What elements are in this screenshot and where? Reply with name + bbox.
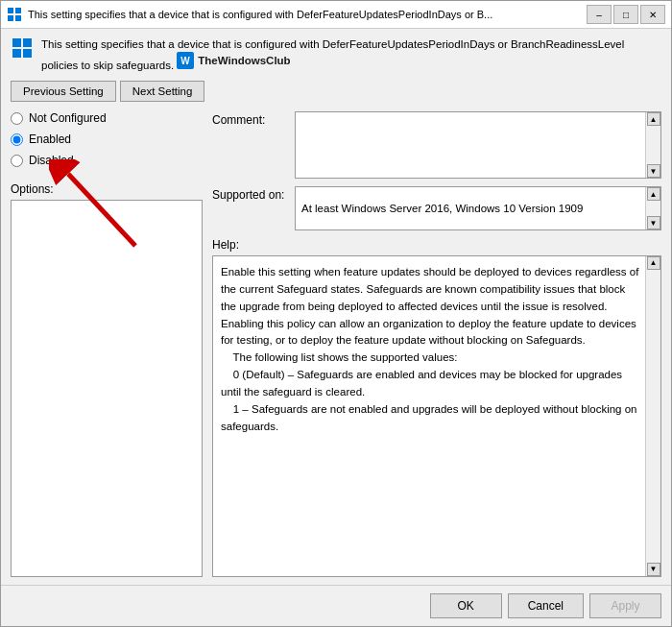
content-area: This setting specifies that a device tha… — [1, 29, 671, 585]
comment-box: ▲ ▼ — [295, 111, 661, 179]
supported-scroll-down[interactable]: ▼ — [647, 216, 660, 229]
radio-not-configured-input[interactable] — [11, 112, 23, 125]
description-row: This setting specifies that a device tha… — [11, 36, 661, 73]
help-scroll-up[interactable]: ▲ — [647, 256, 660, 270]
title-bar: This setting specifies that a device tha… — [1, 1, 671, 29]
svg-rect-2 — [8, 15, 13, 21]
prev-setting-button[interactable]: Previous Setting — [11, 81, 116, 102]
nav-buttons: Previous Setting Next Setting — [11, 81, 661, 102]
radio-enabled-input[interactable] — [11, 133, 23, 146]
close-button[interactable]: ✕ — [640, 5, 665, 24]
window-title: This setting specifies that a device tha… — [28, 9, 581, 20]
help-scrollbar[interactable]: ▲ ▼ — [645, 256, 660, 576]
comment-scroll-up[interactable]: ▲ — [647, 112, 660, 126]
svg-rect-3 — [15, 15, 21, 21]
options-label: Options: — [11, 182, 203, 196]
ok-button[interactable]: OK — [430, 593, 502, 618]
options-box — [11, 200, 203, 577]
comment-label: Comment: — [212, 111, 289, 127]
description-text: This setting specifies that a device tha… — [41, 36, 661, 73]
svg-rect-0 — [8, 8, 13, 13]
radio-not-configured[interactable]: Not Configured — [11, 111, 203, 125]
supported-row: Supported on: At least Windows Server 20… — [212, 186, 661, 230]
supported-box: At least Windows Server 2016, Windows 10… — [295, 186, 661, 230]
svg-rect-1 — [15, 8, 21, 13]
main-section: Not Configured Enabled Disabled — [11, 111, 661, 577]
supported-value: At least Windows Server 2016, Windows 10… — [301, 203, 655, 214]
svg-rect-5 — [23, 38, 32, 47]
apply-button[interactable]: Apply — [589, 593, 661, 618]
supported-scroll-up[interactable]: ▲ — [647, 187, 660, 201]
minimize-button[interactable]: – — [587, 5, 612, 24]
svg-rect-7 — [23, 49, 32, 58]
comment-scrollbar[interactable]: ▲ ▼ — [645, 112, 660, 178]
window-icon — [7, 7, 22, 22]
radio-enabled-label: Enabled — [29, 133, 71, 146]
radio-enabled[interactable]: Enabled — [11, 133, 203, 146]
radio-group: Not Configured Enabled Disabled — [11, 111, 203, 167]
comment-row: Comment: ▲ ▼ — [212, 111, 661, 179]
maximize-button[interactable]: □ — [613, 5, 638, 24]
supported-label: Supported on: — [212, 186, 289, 202]
watermark-site: TheWindowsClub — [198, 53, 290, 68]
main-window: This setting specifies that a device tha… — [0, 0, 672, 627]
cancel-button[interactable]: Cancel — [508, 593, 584, 618]
radio-disabled-input[interactable] — [11, 155, 23, 167]
help-section: Help: Enable this setting when feature u… — [212, 238, 661, 577]
radio-disabled-label: Disabled — [29, 154, 74, 167]
right-panel: Comment: ▲ ▼ Supported on: At least Wind… — [212, 111, 661, 577]
supported-scrollbar[interactable]: ▲ ▼ — [645, 187, 660, 229]
desc-icon — [11, 36, 34, 60]
next-setting-button[interactable]: Next Setting — [120, 81, 205, 102]
svg-rect-6 — [12, 49, 21, 58]
radio-not-configured-label: Not Configured — [29, 111, 107, 125]
window-controls: – □ ✕ — [587, 5, 665, 24]
help-box: Enable this setting when feature updates… — [212, 255, 661, 577]
help-scroll-down[interactable]: ▼ — [647, 563, 660, 576]
watermark: W TheWindowsClub — [177, 52, 290, 69]
comment-scroll-down[interactable]: ▼ — [647, 164, 660, 178]
help-text: Enable this setting when feature updates… — [221, 264, 641, 435]
svg-text:W: W — [181, 56, 191, 66]
footer: OK Cancel Apply — [1, 585, 671, 626]
svg-rect-4 — [12, 38, 21, 47]
radio-disabled[interactable]: Disabled — [11, 154, 203, 167]
help-label: Help: — [212, 238, 661, 252]
left-panel: Not Configured Enabled Disabled — [11, 111, 203, 577]
